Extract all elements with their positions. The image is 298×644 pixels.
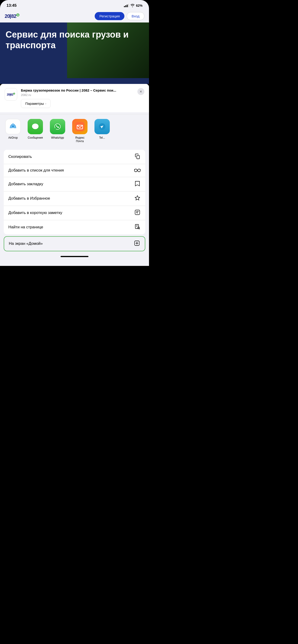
note-icon: m <box>134 210 141 216</box>
share-app-airdrop[interactable]: AirDrop <box>4 119 22 143</box>
share-site-icon: 20|82ru <box>5 88 17 100</box>
share-app-telegram[interactable]: Tel... <box>93 119 111 143</box>
action-find-on-page[interactable]: Найти на странице <box>4 220 145 234</box>
signal-bars-icon <box>124 4 129 7</box>
status-bar: 13:45 62% <box>0 0 149 10</box>
glasses-icon <box>134 168 141 173</box>
action-reading-label: Добавить в список для чтения <box>8 168 64 173</box>
yandex-mail-icon <box>72 119 88 134</box>
share-app-messages[interactable]: Сообщения <box>26 119 45 143</box>
copy-icon <box>134 154 141 160</box>
airdrop-icon <box>5 119 21 134</box>
hero-area: Сервис для поиска грузов и транспорта <box>0 22 149 78</box>
messages-label: Сообщения <box>28 136 43 140</box>
share-header: 20|82ru Биржа грузоперевозок по России |… <box>0 84 149 112</box>
action-copy-label: Скопировать <box>8 154 32 159</box>
action-find-label: Найти на странице <box>8 225 43 230</box>
action-list: Скопировать Добавить в список для чтения <box>4 150 145 234</box>
share-page-title: Биржа грузоперевозок по России | 2082 – … <box>21 88 134 93</box>
telegram-icon <box>95 119 110 134</box>
share-title-block: Биржа грузоперевозок по России | 2082 – … <box>21 88 134 108</box>
telegram-label: Tel... <box>99 136 105 140</box>
share-app-yandex[interactable]: ЯндексПочта <box>71 119 89 143</box>
app-row: AirDrop Сообщения WhatsApp <box>0 114 149 146</box>
site-logo: 2082ru <box>5 13 20 19</box>
svg-rect-3 <box>75 122 85 131</box>
browser-header: 2082ru Регистрация Вход <box>0 10 149 22</box>
svg-rect-6 <box>137 156 139 159</box>
close-button[interactable]: ✕ <box>137 88 144 95</box>
hero-title: Сервис для поиска грузов и транспорта <box>6 30 143 50</box>
close-icon: ✕ <box>139 90 142 94</box>
star-icon <box>134 195 141 202</box>
action-note-label: Добавить в короткую заметку <box>8 210 62 215</box>
chevron-right-icon: › <box>45 102 46 105</box>
add-square-icon <box>134 240 140 247</box>
svg-text:m: m <box>137 212 138 214</box>
battery-level: 62% <box>136 4 143 8</box>
action-bookmark[interactable]: Добавить закладку <box>4 177 145 192</box>
search-doc-icon <box>134 224 141 231</box>
params-button[interactable]: Параметры › <box>21 99 51 108</box>
action-favorites-label: Добавить в Избранное <box>8 196 50 201</box>
spacer <box>0 146 149 148</box>
whatsapp-label: WhatsApp <box>51 136 64 140</box>
messages-icon <box>28 119 43 134</box>
wifi-icon <box>130 4 135 7</box>
home-indicator <box>0 253 149 259</box>
login-button[interactable]: Вход <box>127 12 144 20</box>
home-bar <box>61 256 88 257</box>
status-icons: 62% <box>124 4 143 8</box>
share-app-whatsapp[interactable]: WhatsApp <box>48 119 67 143</box>
whatsapp-icon <box>50 119 65 134</box>
action-favorites[interactable]: Добавить в Избранное <box>4 192 145 206</box>
share-url: 2082.ru <box>21 93 134 97</box>
action-copy[interactable]: Скопировать <box>4 150 145 164</box>
action-home-label: На экран «Домой» <box>9 241 43 246</box>
action-bookmark-label: Добавить закладку <box>8 182 43 186</box>
action-home-item[interactable]: На экран «Домой» <box>4 237 145 251</box>
yandex-label: ЯндексПочта <box>75 136 85 143</box>
share-sheet: 20|82ru Биржа грузоперевозок по России |… <box>0 84 149 266</box>
browser-viewport: 2082ru Регистрация Вход Сервис для поиск… <box>0 10 149 84</box>
airdrop-label: AirDrop <box>8 136 18 140</box>
status-time: 13:45 <box>7 3 17 8</box>
action-quick-note[interactable]: Добавить в короткую заметку m <box>4 206 145 220</box>
action-add-to-home[interactable]: На экран «Домой» <box>4 236 145 251</box>
book-icon <box>134 181 141 188</box>
action-reading-list[interactable]: Добавить в список для чтения <box>4 164 145 177</box>
register-button[interactable]: Регистрация <box>95 12 124 20</box>
